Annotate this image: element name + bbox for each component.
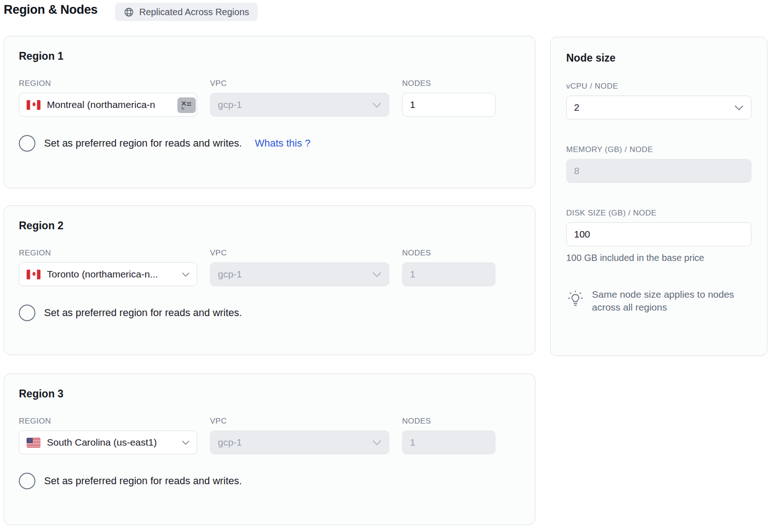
region-3-preferred-label: Set as preferred region for reads and wr… — [44, 475, 242, 487]
region-3-vpc-select: gcp-1 — [210, 430, 389, 454]
lightbulb-icon — [566, 288, 585, 311]
usa-flag — [27, 438, 40, 447]
vcpu-select[interactable]: 2 — [566, 96, 751, 119]
replication-badge-label: Replicated Across Regions — [139, 7, 249, 17]
page-title: Region & Nodes — [4, 3, 97, 17]
region-3-nodes-input — [402, 430, 495, 454]
region-1-region-select[interactable]: Montreal (northamerica-n — [19, 93, 197, 117]
region-2-heading: Region 2 — [19, 220, 520, 232]
nodes-label: NODES — [402, 79, 495, 88]
whats-this-link[interactable]: Whats this ? — [255, 137, 310, 149]
region-label: REGION — [19, 79, 197, 88]
chevron-down-icon — [368, 272, 382, 277]
region-label: REGION — [19, 249, 197, 258]
region-1-vpc-value: gcp-1 — [218, 99, 242, 110]
region-2-nodes-input — [402, 262, 495, 286]
region-2-vpc-value: gcp-1 — [218, 269, 242, 280]
region-2-region-value: Toronto (northamerica-n... — [47, 269, 158, 280]
vpc-label: VPC — [210, 249, 389, 258]
vpc-label: VPC — [210, 417, 389, 426]
chevron-down-icon — [178, 272, 190, 277]
memory-label: MEMORY (GB) / NODE — [566, 145, 751, 154]
disk-helper-text: 100 GB included in the base price — [566, 253, 751, 263]
region-3-preferred-radio[interactable] — [19, 473, 35, 489]
canada-flag — [27, 270, 40, 279]
region-nodes-page: Region & Nodes Replicated Across Regions… — [0, 0, 773, 532]
region-1-preferred-radio[interactable] — [19, 135, 35, 152]
node-size-tip: Same node size applies to nodes across a… — [566, 288, 751, 314]
node-size-panel: Node size vCPU / NODE 2 MEMORY (GB) / NO… — [550, 37, 767, 356]
nodes-label: NODES — [402, 249, 495, 258]
region-1-heading: Region 1 — [19, 50, 520, 62]
region-label: REGION — [19, 417, 197, 426]
region-2-preferred-label: Set as preferred region for reads and wr… — [44, 307, 242, 319]
region-2-card: Region 2 REGION Toronto (northamerica-n.… — [4, 205, 535, 355]
region-2-region-select[interactable]: Toronto (northamerica-n... — [19, 262, 197, 286]
node-size-heading: Node size — [566, 52, 751, 64]
disk-size-label: DISK SIZE (GB) / NODE — [566, 209, 751, 218]
region-2-vpc-select: gcp-1 — [210, 262, 389, 286]
region-1-vpc-select: gcp-1 — [210, 93, 389, 117]
region-3-region-select[interactable]: South Carolina (us-east1) — [19, 430, 197, 454]
region-3-heading: Region 3 — [19, 388, 520, 400]
canada-flag — [27, 100, 40, 110]
vcpu-value: 2 — [574, 102, 580, 113]
vcpu-label: vCPU / NODE — [566, 82, 751, 91]
disk-size-input[interactable] — [566, 222, 751, 246]
memory-input — [566, 159, 751, 183]
chevron-down-icon — [178, 440, 190, 445]
nodes-label: NODES — [402, 417, 495, 426]
region-3-card: Region 3 REGION — [4, 374, 535, 525]
region-3-region-value: South Carolina (us-east1) — [47, 437, 157, 448]
region-1-nodes-input[interactable] — [402, 93, 495, 117]
region-1-preferred-label: Set as preferred region for reads and wr… — [44, 137, 242, 149]
node-size-tip-text: Same node size applies to nodes across a… — [592, 288, 744, 314]
region-1-region-value: Montreal (northamerica-n — [47, 99, 155, 110]
vpc-label: VPC — [210, 79, 389, 88]
globe-icon — [124, 7, 134, 17]
chevron-down-icon — [730, 105, 744, 111]
replication-badge: Replicated Across Regions — [115, 3, 258, 21]
region-2-preferred-radio[interactable] — [19, 305, 35, 321]
chevron-down-icon — [368, 440, 382, 446]
region-1-card: Region 1 REGION Montreal (northamerica-n — [4, 36, 535, 188]
chevron-down-icon — [368, 102, 382, 108]
mouse-cursor-overlay — [177, 97, 196, 113]
region-3-vpc-value: gcp-1 — [218, 437, 242, 448]
